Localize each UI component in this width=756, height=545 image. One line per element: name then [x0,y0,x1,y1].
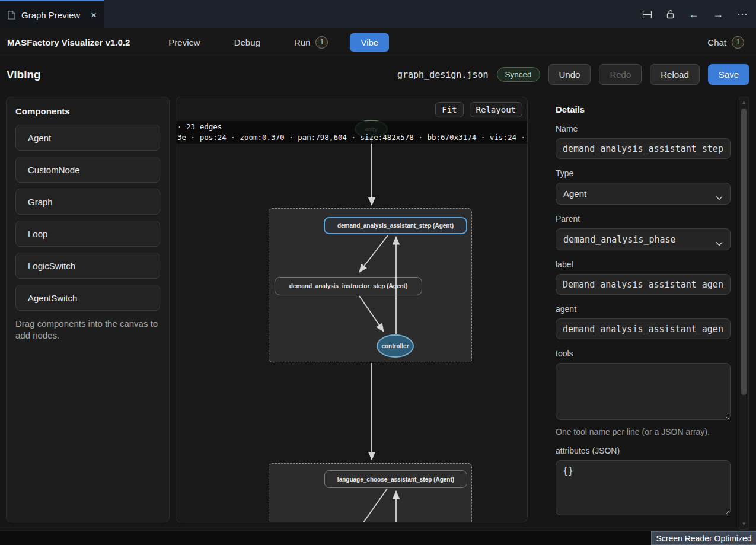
tab-title: Graph Preview [21,10,80,20]
component-logicswitch[interactable]: LogicSwitch [15,253,160,279]
status-line-metrics: 3e · pos:24 · zoom:0.370 · pan:798,604 ·… [177,132,527,143]
nav-preview[interactable]: Preview [168,37,200,47]
reload-button[interactable]: Reload [650,64,700,85]
details-scrollbar[interactable]: ▲ ▼ [739,97,749,530]
vibe-button[interactable]: Vibe [350,33,389,52]
canvas-status-bar: · 23 edges 3e · pos:24 · zoom:0.370 · pa… [176,121,527,144]
node-demand-analysis-assistant-step[interactable]: demand_analysis_assistant_step (Agent) [324,217,467,234]
component-graph[interactable]: Graph [15,189,160,215]
unlock-icon[interactable] [666,9,675,19]
toolbar-actions: graph_design.json Synced Undo Redo Reloa… [397,64,749,85]
name-label: Name [556,124,731,133]
nav-run[interactable]: Run [294,37,311,47]
label-label: label [556,260,731,269]
node-language-choose-assistant-step[interactable]: language_choose_assistant_step (Agent) [324,470,467,488]
component-agentswitch[interactable]: AgentSwitch [15,285,160,311]
agent-input[interactable] [556,318,731,339]
window-tab-strip: Graph Preview × ← → ⋯ [0,0,756,28]
attributes-textarea[interactable]: {} [556,460,731,515]
app-brand: MASFactory Visualizer v1.0.2 [7,37,130,47]
scroll-up-icon[interactable]: ▲ [739,100,748,105]
nav-chat[interactable]: Chat [707,37,726,47]
component-loop[interactable]: Loop [15,221,160,247]
save-button[interactable]: Save [708,64,749,85]
parent-select-value: demand_analysis_phase [563,234,676,245]
status-line-edges: · 23 edges [177,122,527,132]
bottom-status-bar: Screen Reader Optimized [0,530,756,545]
page-title: Vibing [7,68,41,81]
scrollbar-thumb[interactable] [741,109,747,395]
chevron-down-icon [716,192,723,202]
type-label: Type [556,168,731,178]
components-sidebar: Components Agent CustomNode Graph Loop L… [6,97,170,522]
window-controls: ← → ⋯ [642,0,748,28]
drag-hint-text: Drag components into the canvas to add n… [15,318,160,342]
split-editor-icon[interactable] [642,10,652,19]
synced-badge: Synced [497,67,540,82]
nav-debug[interactable]: Debug [234,37,260,47]
parent-select[interactable]: demand_analysis_phase [556,228,731,250]
graph-canvas[interactable]: Fit Relayout entry demand_analysis_assis… [176,97,528,522]
attributes-label: attributes (JSON) [556,446,731,455]
app-navbar: MASFactory Visualizer v1.0.2 Preview Deb… [0,28,756,56]
agent-label: agent [556,304,731,314]
component-agent[interactable]: Agent [15,125,160,151]
filename-label: graph_design.json [397,69,489,80]
forward-arrow-icon[interactable]: → [713,9,723,20]
run-count-badge: 1 [315,36,328,49]
chevron-down-icon [716,238,723,248]
screen-reader-optimized-button[interactable]: Screen Reader Optimized [651,531,756,545]
tools-hint: One tool name per line (or a JSON array)… [556,427,731,436]
details-panel: Details Name Type Agent Parent demand_an… [556,97,731,518]
close-icon[interactable]: × [91,10,97,20]
component-customnode[interactable]: CustomNode [15,157,160,183]
type-select-value: Agent [563,189,586,199]
undo-button[interactable]: Undo [548,64,591,85]
components-heading: Components [15,106,160,116]
back-arrow-icon[interactable]: ← [688,9,699,20]
details-heading: Details [556,104,731,114]
name-input[interactable] [556,138,731,159]
page-toolbar: Vibing graph_design.json Synced Undo Red… [0,56,756,97]
scroll-down-icon[interactable]: ▼ [739,521,748,527]
node-controller[interactable]: controller [377,334,414,358]
tab-graph-preview[interactable]: Graph Preview × [0,0,104,28]
tools-label: tools [556,349,731,358]
node-demand-analysis-instructor-step[interactable]: demand_analysis_instructor_step (Agent) [275,277,422,295]
parent-label: Parent [556,214,731,224]
more-actions-icon[interactable]: ⋯ [737,9,748,20]
relayout-button[interactable]: Relayout [470,102,522,117]
canvas-controls: Fit Relayout [435,102,522,117]
chat-count-badge: 1 [732,36,744,49]
type-select[interactable]: Agent [556,183,731,205]
file-icon [8,11,15,20]
fit-button[interactable]: Fit [435,102,463,117]
redo-button[interactable]: Redo [599,64,642,85]
tools-textarea[interactable] [556,363,731,420]
label-input[interactable] [556,274,731,295]
